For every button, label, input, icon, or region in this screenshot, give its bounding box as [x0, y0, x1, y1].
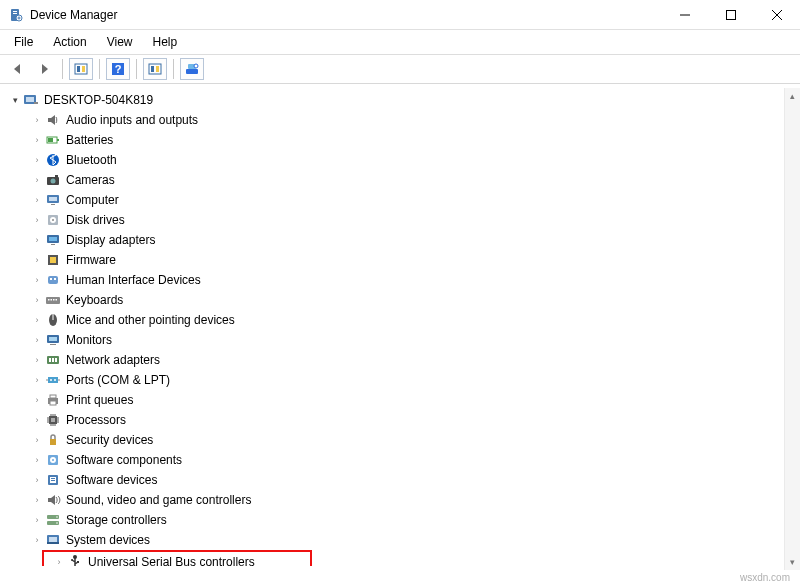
- properties-button[interactable]: [143, 58, 167, 80]
- expand-arrow-icon[interactable]: ›: [30, 415, 44, 425]
- window-title: Device Manager: [30, 8, 662, 22]
- device-category-bluetooth[interactable]: ›Bluetooth: [30, 150, 796, 170]
- category-label: Human Interface Devices: [66, 273, 201, 287]
- expand-arrow-icon[interactable]: ›: [30, 315, 44, 325]
- svg-rect-18: [34, 102, 38, 104]
- expand-arrow-icon[interactable]: ›: [30, 195, 44, 205]
- expand-arrow-icon[interactable]: ›: [30, 255, 44, 265]
- expand-arrow-icon[interactable]: ▾: [8, 95, 22, 105]
- svg-rect-11: [156, 66, 159, 72]
- sound-icon: [44, 492, 62, 508]
- device-category-nic[interactable]: ›Network adapters: [30, 350, 796, 370]
- expand-arrow-icon[interactable]: ›: [30, 275, 44, 285]
- menubar: File Action View Help: [0, 30, 800, 55]
- device-category-hid[interactable]: ›Human Interface Devices: [30, 270, 796, 290]
- battery-icon: [44, 132, 62, 148]
- device-category-storage[interactable]: ›Storage controllers: [30, 510, 796, 530]
- svg-rect-4: [727, 10, 736, 19]
- device-category-monitor[interactable]: ›Monitors: [30, 330, 796, 350]
- show-hidden-button[interactable]: [69, 58, 93, 80]
- menu-file[interactable]: File: [4, 32, 43, 52]
- menu-action[interactable]: Action: [43, 32, 96, 52]
- device-category-security[interactable]: ›Security devices: [30, 430, 796, 450]
- category-label: Cameras: [66, 173, 115, 187]
- expand-arrow-icon[interactable]: ›: [30, 115, 44, 125]
- port-icon: [44, 372, 62, 388]
- category-label: Storage controllers: [66, 513, 167, 527]
- device-category-usb[interactable]: ›Universal Serial Bus controllers: [42, 550, 312, 566]
- device-category-softcomp[interactable]: ›Software components: [30, 450, 796, 470]
- expand-arrow-icon[interactable]: ›: [30, 435, 44, 445]
- device-category-port[interactable]: ›Ports (COM & LPT): [30, 370, 796, 390]
- device-category-system[interactable]: ›System devices: [30, 530, 796, 550]
- forward-button[interactable]: [32, 58, 56, 80]
- cpu-icon: [44, 412, 62, 428]
- speaker-icon: [44, 112, 62, 128]
- menu-help[interactable]: Help: [143, 32, 188, 52]
- expand-arrow-icon[interactable]: ›: [30, 175, 44, 185]
- device-category-cpu[interactable]: ›Processors: [30, 410, 796, 430]
- svg-rect-13: [186, 69, 198, 74]
- help-button[interactable]: ?: [106, 58, 130, 80]
- svg-point-15: [194, 64, 198, 68]
- svg-rect-1: [13, 11, 17, 12]
- mouse-icon: [44, 312, 62, 328]
- vertical-scrollbar[interactable]: ▴ ▾: [784, 88, 800, 570]
- scroll-down-icon[interactable]: ▾: [785, 554, 800, 570]
- expand-arrow-icon[interactable]: ›: [52, 557, 66, 566]
- expand-arrow-icon[interactable]: ›: [30, 515, 44, 525]
- titlebar: Device Manager: [0, 0, 800, 30]
- category-label: System devices: [66, 533, 150, 547]
- menu-view[interactable]: View: [97, 32, 143, 52]
- device-category-battery[interactable]: ›Batteries: [30, 130, 796, 150]
- scroll-thumb[interactable]: [785, 104, 800, 554]
- security-icon: [44, 432, 62, 448]
- expand-arrow-icon[interactable]: ›: [30, 155, 44, 165]
- expand-arrow-icon[interactable]: ›: [30, 355, 44, 365]
- expand-arrow-icon[interactable]: ›: [30, 455, 44, 465]
- expand-arrow-icon[interactable]: ›: [30, 495, 44, 505]
- device-category-camera[interactable]: ›Cameras: [30, 170, 796, 190]
- device-category-firmware[interactable]: ›Firmware: [30, 250, 796, 270]
- category-label: Firmware: [66, 253, 116, 267]
- close-button[interactable]: [754, 0, 800, 30]
- svg-rect-10: [149, 64, 161, 74]
- expand-arrow-icon[interactable]: ›: [30, 395, 44, 405]
- root-node[interactable]: ▾ DESKTOP-504K819: [8, 90, 796, 110]
- expand-arrow-icon[interactable]: ›: [30, 295, 44, 305]
- expand-arrow-icon[interactable]: ›: [30, 335, 44, 345]
- device-category-softdev[interactable]: ›Software devices: [30, 470, 796, 490]
- svg-rect-5: [75, 64, 87, 74]
- device-category-sound[interactable]: ›Sound, video and game controllers: [30, 490, 796, 510]
- camera-icon: [44, 172, 62, 188]
- computer-icon: [44, 192, 62, 208]
- toolbar-separator: [62, 59, 63, 79]
- device-category-display[interactable]: ›Display adapters: [30, 230, 796, 250]
- keyboard-icon: [44, 292, 62, 308]
- category-label: Monitors: [66, 333, 112, 347]
- maximize-button[interactable]: [708, 0, 754, 30]
- toolbar-separator: [136, 59, 137, 79]
- back-button[interactable]: [6, 58, 30, 80]
- computer-root-icon: [22, 92, 40, 108]
- device-category-disk[interactable]: ›Disk drives: [30, 210, 796, 230]
- scroll-up-icon[interactable]: ▴: [785, 88, 800, 104]
- device-category-printer[interactable]: ›Print queues: [30, 390, 796, 410]
- category-label: Batteries: [66, 133, 113, 147]
- expand-arrow-icon[interactable]: ›: [30, 375, 44, 385]
- expand-arrow-icon[interactable]: ›: [30, 235, 44, 245]
- svg-rect-6: [77, 66, 80, 72]
- expand-arrow-icon[interactable]: ›: [30, 535, 44, 545]
- device-category-speaker[interactable]: ›Audio inputs and outputs: [30, 110, 796, 130]
- device-category-computer[interactable]: ›Computer: [30, 190, 796, 210]
- device-category-keyboard[interactable]: ›Keyboards: [30, 290, 796, 310]
- minimize-button[interactable]: [662, 0, 708, 30]
- expand-arrow-icon[interactable]: ›: [30, 215, 44, 225]
- expand-arrow-icon[interactable]: ›: [30, 475, 44, 485]
- expand-arrow-icon[interactable]: ›: [30, 135, 44, 145]
- scan-hardware-button[interactable]: [180, 58, 204, 80]
- svg-text:?: ?: [115, 63, 122, 75]
- device-category-mouse[interactable]: ›Mice and other pointing devices: [30, 310, 796, 330]
- hid-icon: [44, 272, 62, 288]
- category-label: Network adapters: [66, 353, 160, 367]
